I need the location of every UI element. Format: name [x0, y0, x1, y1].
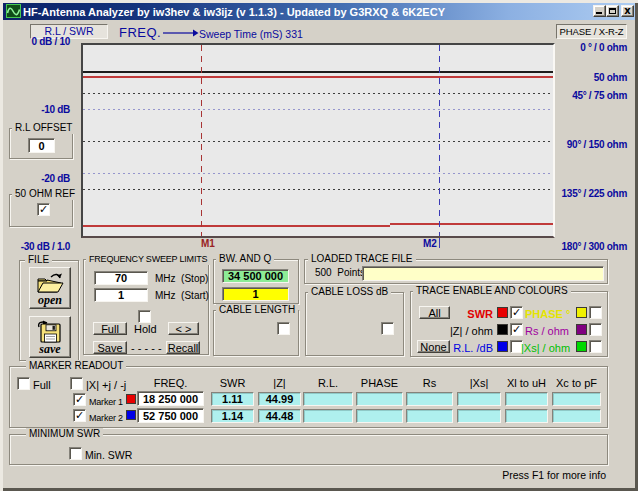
right-axis-label-5: 180° / 300 ohm	[490, 241, 627, 253]
xj-checkbox[interactable]	[70, 377, 83, 390]
app-window: HF-Antenna Analyzer by iw3hev & iw3ijz (…	[0, 0, 638, 491]
file-group: FILE open save	[19, 260, 79, 361]
start-freq-input[interactable]: 1	[94, 288, 148, 302]
marker1-swr-value: 1.11	[222, 393, 243, 405]
bw-field: 34 500 000	[222, 269, 289, 283]
header-xc: Xc to pF	[552, 377, 601, 389]
min-swr-checkbox[interactable]	[69, 447, 82, 460]
trace-50ohm-ref	[83, 76, 553, 78]
open-button[interactable]: open	[29, 267, 71, 309]
marker1-line[interactable]	[201, 45, 202, 236]
marker1-phase-field	[356, 392, 403, 406]
hold-checkbox[interactable]	[138, 310, 151, 323]
minimize-button[interactable]	[593, 5, 606, 17]
sweep-limits-label: FREQUENCY SWEEP LIMITS	[86, 253, 210, 265]
header-rs: Rs	[406, 377, 453, 389]
rl-offset-input[interactable]: 0	[28, 138, 55, 153]
marker2-rs-field	[406, 409, 453, 423]
maximize-button[interactable]	[606, 5, 619, 17]
marker2-label: Marker 2	[89, 412, 123, 424]
trace-label-z: |Z| / ohm	[448, 325, 493, 337]
trace-checkbox-xs[interactable]	[589, 340, 602, 353]
marker1-z-value: 44.99	[266, 393, 294, 405]
rl-offset-value: 0	[38, 140, 44, 152]
ohm-ref-label: 50 OHM REF	[12, 188, 78, 200]
marker2-z-value: 44.48	[266, 410, 294, 422]
app-icon	[6, 4, 21, 18]
marker1-xs-field	[457, 392, 501, 406]
header-xs: |Xs|	[457, 377, 501, 389]
marker1-rs-field	[406, 392, 453, 406]
open-folder-icon	[35, 271, 65, 295]
ohm-ref-checkbox[interactable]	[37, 203, 50, 216]
marker2-xl-field	[505, 409, 548, 423]
save-button-label: save	[39, 344, 60, 355]
trace-swatch-xs	[576, 341, 587, 352]
marker1-swatch	[126, 394, 136, 404]
cable-length-checkbox[interactable]	[277, 322, 290, 335]
open-button-label: open	[38, 295, 62, 306]
save-limits-button[interactable]: Save	[93, 341, 127, 354]
updown-button[interactable]: < >	[168, 322, 199, 335]
none-traces-button[interactable]: None	[417, 340, 450, 353]
stop-freq-input[interactable]: 70	[94, 271, 148, 285]
dashes-label: - - - - -	[131, 342, 162, 354]
trace-z-ohm	[83, 71, 553, 73]
trace-enable-group: TRACE ENABLE AND COLOURS All None SWR PH…	[410, 291, 608, 357]
gridline-135deg-225ohm	[83, 189, 553, 190]
trace-checkbox-swr[interactable]	[510, 306, 523, 319]
rl-offset-label: R.L OFFSET	[12, 122, 75, 134]
trace-checkbox-rs[interactable]	[589, 323, 602, 336]
marker1-rl-field	[303, 392, 353, 406]
marker1-freq-field[interactable]: 18 250 000	[137, 391, 204, 406]
trace-checkbox-phase[interactable]	[589, 306, 602, 319]
minimum-swr-label: MINIMUM SWR	[26, 428, 103, 440]
cable-loss-checkbox[interactable]	[381, 322, 394, 335]
marker2-freq-field[interactable]: 52 750 000	[137, 408, 204, 423]
recall-button[interactable]: Recall	[166, 341, 200, 354]
left-axis-label-3: -30 dB / 1.0	[0, 241, 70, 253]
close-button[interactable]: x	[621, 5, 634, 17]
marker1-xc-field	[552, 392, 601, 406]
all-traces-button-label: All	[428, 307, 440, 319]
chart-plot-area[interactable]	[81, 43, 555, 238]
updown-button-label: < >	[176, 323, 192, 335]
left-axis-label-0: 0 dB / 10	[0, 36, 70, 48]
full-button[interactable]: Full	[93, 322, 127, 335]
trace-enable-label: TRACE ENABLE AND COLOURS	[413, 285, 571, 297]
marker2-swr-value: 1.14	[222, 410, 243, 422]
marker2-chart-label: M2	[423, 238, 437, 250]
title-bar: HF-Antenna Analyzer by iw3hev & iw3ijz (…	[3, 3, 635, 20]
marker1-swr-field: 1.11	[211, 392, 254, 406]
file-group-label: FILE	[25, 254, 52, 266]
marker1-checkbox[interactable]	[73, 393, 86, 406]
marker1-z-field: 44.99	[258, 392, 301, 406]
window-title: HF-Antenna Analyzer by iw3hev & iw3ijz (…	[23, 6, 445, 18]
loaded-trace-label: LOADED TRACE FILE	[308, 253, 416, 265]
marker2-line[interactable]	[439, 45, 440, 236]
header-z: |Z|	[258, 377, 301, 389]
marker2-swr-field: 1.14	[211, 409, 254, 423]
bwq-group: BW. AND Q 34 500 000 1	[213, 259, 299, 304]
marker2-checkbox[interactable]	[73, 409, 86, 422]
trace-label-rl: R.L. /dB	[448, 342, 493, 354]
full-button-label: Full	[101, 323, 119, 335]
full-readout-checkbox[interactable]	[17, 377, 30, 390]
gridline-45deg-75ohm	[83, 93, 553, 94]
close-icon: x	[622, 5, 633, 16]
trace-swatch-z	[497, 324, 508, 335]
trace-swr-right	[390, 223, 553, 225]
save-floppy-icon	[35, 320, 65, 344]
minimize-icon	[596, 12, 602, 14]
marker2-rl-field	[303, 409, 353, 423]
save-button[interactable]: save	[29, 316, 71, 358]
marker2-phase-field	[356, 409, 403, 423]
left-axis-label-2: -20 dB	[0, 173, 70, 185]
all-traces-button[interactable]: All	[419, 306, 450, 319]
trace-file-field	[362, 266, 604, 281]
trace-checkbox-z[interactable]	[510, 323, 523, 336]
marker2-z-field: 44.48	[258, 409, 301, 423]
loaded-trace-group: LOADED TRACE FILE 500 Points	[304, 259, 608, 284]
marker2-line-tail	[439, 238, 440, 248]
start-freq-label: MHz (Start)	[155, 290, 209, 302]
